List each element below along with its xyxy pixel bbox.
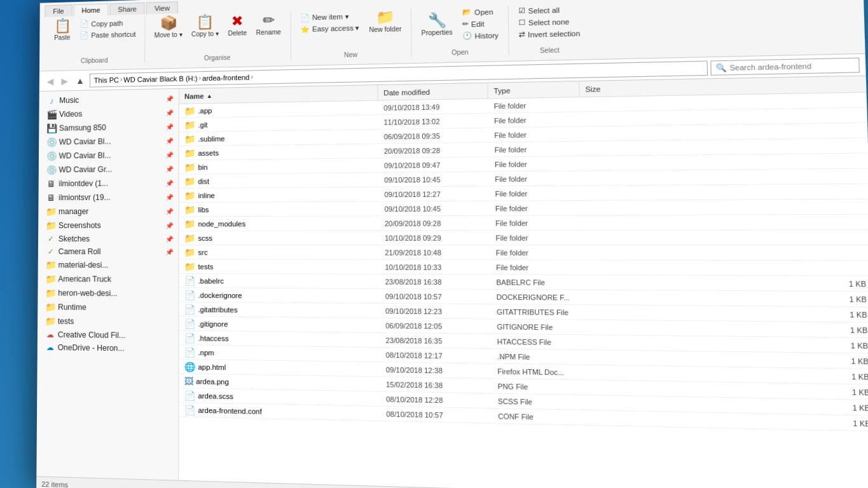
file-name-cell: 📄 ardea-frontend.conf <box>179 404 380 419</box>
sidebar-label-wd-bl1: WD Caviar Bl... <box>59 136 163 146</box>
file-name-cell: 📄 .dockerignore <box>179 290 380 301</box>
file-name-text: ardea.png <box>196 377 229 385</box>
col-type-header[interactable]: Type <box>488 81 579 98</box>
file-icon: 📄 <box>184 318 196 329</box>
american-truck-icon: 📁 <box>45 274 55 284</box>
sidebar-item-ilmiontsvr[interactable]: 🖥 ilmiontsvr (19... 📌 <box>38 190 178 205</box>
sidebar-label-american-truck: American Truck <box>58 274 173 284</box>
samsung850-icon: 💾 <box>46 123 57 133</box>
select-all-button[interactable]: ☑ Select all <box>514 3 584 17</box>
sidebar-item-runtime[interactable]: 📁 Runtime <box>38 300 178 315</box>
sidebar-label-videos: Videos <box>59 108 163 119</box>
file-date-cell: 09/10/2018 10:45 <box>379 175 490 184</box>
back-button[interactable]: ◀ <box>45 74 57 87</box>
sidebar-item-tests[interactable]: 📁 tests <box>38 314 178 329</box>
forward-button[interactable]: ▶ <box>59 74 71 87</box>
onedrive-icon: ☁ <box>45 343 55 352</box>
tab-home[interactable]: Home <box>73 3 108 16</box>
sidebar-item-manager[interactable]: 📁 manager 📌 <box>38 204 178 219</box>
sidebar-label-music: Music <box>59 94 163 105</box>
music-icon: ♪ <box>46 95 57 105</box>
table-row[interactable]: 📁 src 21/09/2018 10:48 File folder <box>179 245 868 261</box>
file-size-cell <box>580 115 867 119</box>
file-date-cell: 08/10/2018 12:28 <box>380 395 492 405</box>
creative-cloud-icon: ☁ <box>45 330 55 339</box>
rename-icon: ✏ <box>263 13 275 28</box>
edit-button[interactable]: ✏ Edit <box>458 18 502 30</box>
file-name-text: dist <box>198 177 209 185</box>
search-input[interactable] <box>729 61 854 72</box>
sidebar-item-creative-cloud[interactable]: ☁ Creative Cloud Fil... <box>38 328 179 342</box>
sidebar: ♪ Music 📌 🎬 Videos 📌 💾 Samsung 850 📌 💿 <box>36 89 179 480</box>
file-type-cell: SCSS File <box>492 396 585 407</box>
sidebar-item-heron-web-desi[interactable]: 📁 heron-web-desi... <box>38 286 178 301</box>
folder-icon: 📁 <box>184 119 195 130</box>
tab-view[interactable]: View <box>146 1 178 14</box>
sidebar-item-material-desi[interactable]: 📁 material-desi... <box>38 258 179 273</box>
tab-share[interactable]: Share <box>109 3 144 15</box>
paste-shortcut-button[interactable]: 📄 Paste shortcut <box>76 29 139 41</box>
file-size-cell: 1 KB <box>585 383 868 396</box>
file-type-cell: File folder <box>489 174 581 183</box>
file-icon: 📄 <box>184 390 196 401</box>
delete-button[interactable]: ✖ Delete <box>224 13 251 38</box>
ribbon-group-organise: 📦 Move to ▾ 📋 Copy to ▾ ✖ Delete ✏ <box>146 11 291 63</box>
file-type-cell: CONF File <box>492 412 585 422</box>
sidebar-item-wd-bl1[interactable]: 💿 WD Caviar Bl... 📌 <box>39 133 179 149</box>
paste-button[interactable]: 📋 Paste <box>50 18 75 43</box>
copy-to-button[interactable]: 📋 Copy to ▾ <box>188 13 223 39</box>
html-icon: 🌐 <box>184 361 196 372</box>
ribbon-group-select: ☑ Select all ☐ Select none ⇄ Invert sele… <box>509 3 591 55</box>
tab-file[interactable]: File <box>45 4 72 17</box>
sidebar-item-ilmiontdev[interactable]: 🖥 ilmiontdev (1... 📌 <box>39 176 179 191</box>
sidebar-item-wd-bl2[interactable]: 💿 WD Caviar Bl... 📌 <box>39 147 179 163</box>
folder-icon: 📁 <box>184 105 195 116</box>
properties-icon: 🔧 <box>427 13 446 28</box>
move-to-button[interactable]: 📦 Move to ▾ <box>151 15 186 40</box>
file-type-cell: File folder <box>488 130 580 139</box>
rename-button[interactable]: ✏ Rename <box>252 11 285 37</box>
file-name-cell: 📁 inline <box>179 189 379 200</box>
sidebar-item-samsung850[interactable]: 💾 Samsung 850 📌 <box>39 119 179 135</box>
invert-selection-button[interactable]: ⇄ Invert selection <box>514 27 584 40</box>
new-folder-button[interactable]: 📁 New folder <box>365 8 406 34</box>
sidebar-label-heron-web-desi: heron-web-desi... <box>58 288 173 298</box>
pin-icon-videos: 📌 <box>165 109 173 116</box>
file-type-cell: File folder <box>490 263 582 271</box>
table-row[interactable]: 📁 scss 10/10/2018 09:29 File folder <box>179 230 868 245</box>
explorer-window: File Home Share View 📋 Paste 📄 <box>36 0 868 488</box>
col-date-header[interactable]: Date modified <box>378 83 488 100</box>
copy-path-button[interactable]: 📄 Copy path <box>76 17 140 29</box>
sidebar-item-wd-gr[interactable]: 💿 WD Caviar Gr... 📌 <box>39 161 179 177</box>
table-row[interactable]: 📁 node_modules 20/09/2018 09:28 File fol… <box>179 215 868 231</box>
wd-bl1-icon: 💿 <box>46 137 57 147</box>
up-button[interactable]: ▲ <box>73 74 87 86</box>
file-name-cell: 📄 .npm <box>179 347 380 360</box>
sidebar-item-onedrive[interactable]: ☁ OneDrive - Heron... <box>38 341 179 355</box>
open-button[interactable]: 📂 Open <box>458 6 502 18</box>
search-box[interactable]: 🔍 <box>710 57 860 75</box>
file-date-cell: 06/09/2018 09:35 <box>378 131 488 140</box>
organise-label: Organise <box>204 54 231 62</box>
sidebar-item-screenshots[interactable]: 📁 Screenshots 📌 <box>38 218 179 233</box>
sidebar-item-american-truck[interactable]: 📁 American Truck <box>38 272 179 287</box>
new-item-button[interactable]: 📄 New item ▾ <box>296 11 364 24</box>
sidebar-item-sketches[interactable]: ✓ Sketches 📌 <box>38 233 179 245</box>
main-area: ♪ Music 📌 🎬 Videos 📌 💾 Samsung 850 📌 💿 <box>36 76 868 488</box>
file-name-text: .git <box>198 121 207 128</box>
file-name-text: .sublime <box>198 135 224 143</box>
sidebar-item-camera-roll[interactable]: ✓ Camera Roll 📌 <box>38 245 179 258</box>
easy-access-button[interactable]: ⭐ Easy access ▾ <box>296 22 364 35</box>
sidebar-label-camera-roll: Camera Roll <box>59 247 163 256</box>
image-icon: 🖼 <box>184 376 193 386</box>
table-row[interactable]: 📁 libs 09/10/2018 10:45 File folder <box>179 200 868 217</box>
file-name-cell: 📁 node_modules <box>179 218 380 229</box>
file-size-cell <box>582 207 868 208</box>
file-date-cell: 08/10/2018 10:57 <box>381 409 493 419</box>
file-size-cell <box>581 146 868 149</box>
select-none-button[interactable]: ☐ Select none <box>514 15 584 29</box>
history-button[interactable]: 🕐 History <box>458 29 502 41</box>
pin-icon-samsung: 📌 <box>165 123 173 130</box>
properties-button[interactable]: 🔧 Properties <box>417 11 457 38</box>
new-item-icon: 📄 <box>300 13 310 22</box>
